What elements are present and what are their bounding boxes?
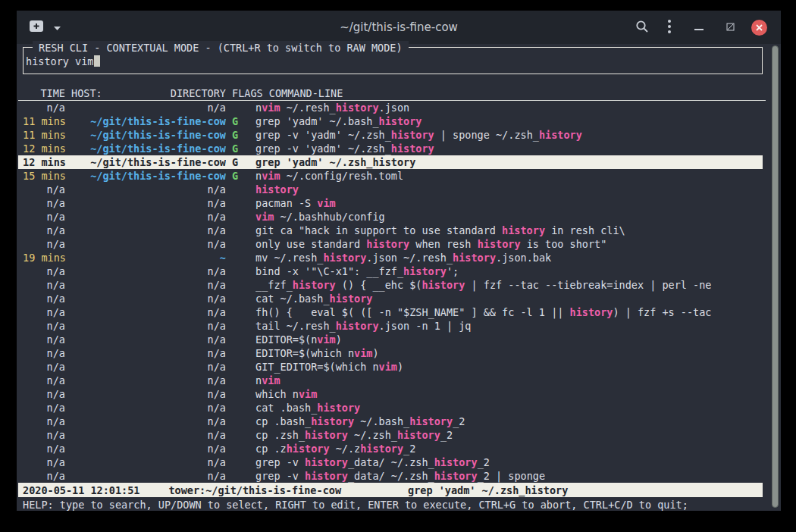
row-time: 15 mins [23, 169, 65, 183]
search-box-title: RESH CLI - CONTEXTUAL MODE - (CTRL+R to … [33, 41, 409, 55]
scrollbar-thumb[interactable] [772, 45, 779, 508]
row-flags [232, 183, 244, 196]
command-text: grep 'yadm' ~/.zsh_history [255, 156, 415, 168]
command-text: '; [447, 265, 459, 277]
row-command: EDITOR=$(nvim) [255, 333, 763, 346]
table-row[interactable]: n/an/aEDITOR=$(nvim) [18, 333, 763, 346]
table-row[interactable]: n/an/acp .bash_history ~/.bash_history_2 [18, 415, 763, 428]
row-time: n/a [23, 428, 65, 442]
table-row[interactable]: n/an/ahistory [18, 183, 763, 196]
row-command: cp .zsh_history ~/.zsh_history_2 [255, 428, 763, 442]
row-flags [232, 305, 244, 319]
row-directory: n/a [71, 305, 226, 319]
menu-button[interactable] [667, 19, 672, 36]
row-time: n/a [23, 469, 65, 483]
table-row[interactable]: n/an/agrep -v history_data/ ~/.zsh_histo… [18, 469, 763, 483]
minimize-button[interactable] [694, 22, 704, 33]
match-highlight: history [311, 415, 354, 427]
command-text: fh() { eval $( ([ -n "$ZSH_NAME" ] && fc… [255, 306, 570, 318]
row-command: mv ~/.resh_history.json ~/.resh_history.… [255, 251, 763, 264]
command-text: grep 'yadm' ~/.bash_ [255, 115, 379, 127]
table-row[interactable]: n/an/acp .zsh_history ~/.zsh_history_2 [18, 428, 763, 442]
match-highlight: vim [262, 170, 280, 182]
command-text: .json.bak [496, 252, 551, 264]
table-row[interactable]: 19 mins~mv ~/.resh_history.json ~/.resh_… [18, 251, 763, 264]
row-command: nvim ~/.resh_history.json [255, 101, 763, 114]
table-row[interactable]: 15 mins~/git/this-is-fine-cowGnvim ~/.co… [18, 169, 763, 183]
row-flags: G [232, 142, 244, 155]
text-cursor [94, 55, 100, 67]
row-flags [232, 333, 244, 346]
row-directory: n/a [71, 210, 226, 224]
row-flags: G [232, 128, 244, 142]
status-host-directory: tower:~/git/this-is-fine-cow [168, 483, 341, 497]
match-highlight: vim [262, 374, 280, 386]
table-row[interactable]: 11 mins~/git/this-is-fine-cowGgrep -v 'y… [18, 128, 763, 142]
table-row[interactable]: n/an/apacman -S vim [18, 196, 763, 210]
row-flags [232, 428, 244, 442]
row-flags: G [232, 114, 244, 128]
row-command: grep 'yadm' ~/.bash_history [255, 114, 763, 128]
command-text: ~/.z [330, 443, 361, 455]
table-row[interactable]: n/an/acat ~/.bash_history [18, 292, 763, 305]
command-text: () { __ehc $( [336, 279, 422, 291]
row-directory: n/a [71, 224, 226, 237]
command-text: cat ~/.bash_ [255, 293, 330, 305]
row-directory: n/a [71, 415, 226, 428]
command-text: ) | fzf +s --tac [613, 306, 711, 318]
table-row[interactable]: n/an/abind -x '"\C-x1": __fzf_history'; [18, 264, 763, 278]
table-row[interactable]: n/an/acp .zhistory ~/.zhistory_2 [18, 442, 763, 455]
row-directory: n/a [71, 360, 226, 374]
command-text: _2 | sponge [478, 470, 545, 482]
table-row[interactable]: n/an/anvim [18, 374, 763, 387]
table-row[interactable]: n/an/afh() { eval $( ([ -n "$ZSH_NAME" ]… [18, 305, 763, 319]
table-row[interactable]: n/an/awhich nvim [18, 387, 763, 401]
command-text: ~/.zsh_ [348, 429, 397, 441]
command-text: _data/ ~/.zsh_ [348, 456, 434, 468]
table-row[interactable]: 12 mins~/git/this-is-fine-cowGgrep 'yadm… [18, 155, 763, 169]
match-highlight: history [360, 443, 403, 455]
table-row[interactable]: n/an/agit ca "hack in support to use sta… [18, 224, 763, 237]
row-time: n/a [23, 292, 65, 305]
row-directory: ~/git/this-is-fine-cow [71, 142, 226, 155]
command-text: grep -v [255, 456, 305, 468]
table-row[interactable]: n/an/anvim ~/.resh_history.json [18, 101, 763, 114]
command-text: .json ~/.resh_ [366, 252, 453, 264]
match-highlight: history [323, 252, 366, 264]
row-time: n/a [23, 455, 65, 469]
row-directory: n/a [71, 196, 226, 210]
table-row[interactable]: n/an/avim ~/.bashhub/config [18, 210, 763, 224]
table-row[interactable]: n/an/a__fzf_history () { __ehc $(history… [18, 278, 763, 292]
row-flags [232, 401, 244, 415]
search-icon [635, 20, 649, 36]
table-row[interactable]: n/an/aGIT_EDITOR=$(which nvim) [18, 360, 763, 374]
table-row[interactable]: n/an/acat .bash_history [18, 401, 763, 415]
row-time: 11 mins [23, 128, 65, 142]
row-time: n/a [23, 264, 65, 278]
search-input[interactable]: history vim [26, 55, 100, 68]
table-row[interactable]: 12 mins~/git/this-is-fine-cowGgrep -v 'y… [18, 142, 763, 155]
table-row[interactable]: 11 mins~/git/this-is-fine-cowGgrep 'yadm… [18, 114, 763, 128]
table-row[interactable]: n/an/aonly use standard history when res… [18, 237, 763, 251]
table-row[interactable]: n/an/aEDITOR=$(which nvim) [18, 346, 763, 360]
status-datetime: 2020-05-11 12:01:51 [23, 483, 139, 497]
table-row[interactable]: n/an/atail ~/.resh_history.json -n 1 | j… [18, 319, 763, 333]
match-highlight: history [391, 129, 434, 141]
row-time: n/a [23, 224, 65, 237]
row-time: 12 mins [23, 142, 65, 155]
row-flags [232, 469, 244, 483]
restore-button[interactable] [726, 22, 735, 33]
row-command: only use standard history when resh hist… [255, 237, 763, 251]
close-button[interactable] [751, 20, 767, 36]
row-time: n/a [23, 333, 65, 346]
terminal-content: RESH CLI - CONTEXTUAL MODE - (CTRL+R to … [17, 44, 781, 511]
row-flags [232, 196, 244, 210]
command-text: cat .bash_ [255, 402, 317, 414]
row-time: n/a [23, 387, 65, 401]
row-flags [232, 319, 244, 333]
table-row[interactable]: n/an/agrep -v history_data/ ~/.zsh_histo… [18, 455, 763, 469]
command-text: mv ~/.resh_ [255, 252, 323, 264]
status-bar: 2020-05-11 12:01:51 tower:~/git/this-is-… [18, 483, 763, 497]
search-button[interactable] [635, 20, 649, 36]
command-text: when resh [409, 238, 477, 250]
